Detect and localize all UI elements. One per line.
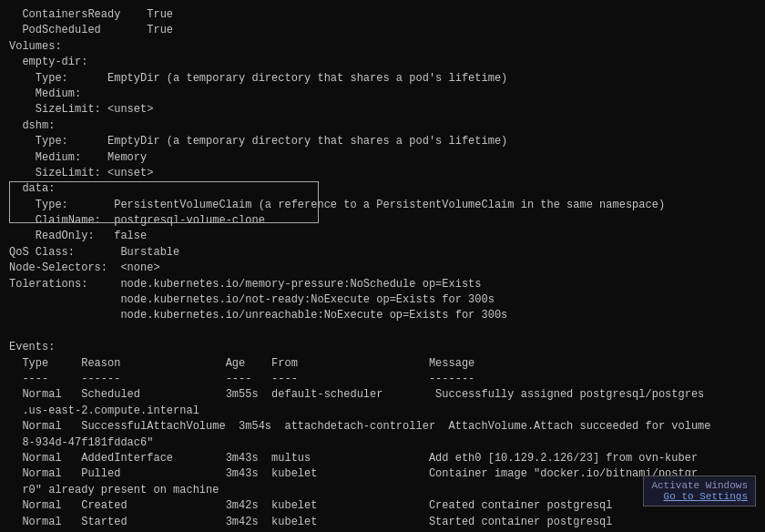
line-dshm-type: Type: EmptyDir (a temporary directory th… (9, 134, 756, 149)
line-tolerations-2: node.kubernetes.io/not-ready:NoExecute o… (9, 292, 756, 308)
activate-line2[interactable]: Go to Settings (651, 491, 748, 502)
line-empty-dir-type: Type: EmptyDir (a temporary directory th… (9, 71, 756, 87)
line-readonly: ReadOnly: false (9, 229, 756, 244)
line-event-scheduled: Normal Scheduled 3m55s default-scheduler… (9, 387, 756, 403)
line-event-attach: Normal SuccessfulAttachVolume 3m54s atta… (9, 419, 756, 435)
line-event-attach-cont: 8-934d-47f181fddac6" (9, 435, 756, 451)
line-dshm-medium: Medium: Memory (9, 150, 756, 166)
line-dshm-size: SizeLimit: <unset> (9, 166, 756, 181)
line-blank (9, 324, 756, 340)
line-dshm-label: dshm: (9, 118, 756, 134)
terminal-window: ContainersReady True PodScheduled True V… (0, 0, 765, 532)
line-containers-ready: ContainersReady True (9, 7, 756, 23)
line-events-cols: Type Reason Age From Message (9, 356, 756, 372)
line-events-header: Events: (9, 340, 756, 355)
line-data-claimname: ClaimName: postgresql-volume-clone (9, 213, 665, 229)
line-event-started: Normal Started 3m42s kubelet Started con… (9, 515, 756, 530)
line-tolerations-3: node.kubernetes.io/unreachable:NoExecute… (9, 308, 756, 323)
line-data-label: data: (9, 181, 665, 197)
line-node-selectors: Node-Selectors: <none> (9, 261, 756, 276)
line-pod-scheduled: PodScheduled True (9, 23, 756, 38)
activate-windows-box[interactable]: Activate Windows Go to Settings (643, 476, 756, 506)
line-tolerations-1: Tolerations: node.kubernetes.io/memory-p… (9, 277, 756, 292)
line-event-scheduled-cont: .us-east-2.compute.internal (9, 404, 756, 419)
line-volumes: Volumes: (9, 39, 756, 55)
line-events-divider: ---- ------ ---- ---- ------- (9, 372, 756, 387)
line-qos: QoS Class: Burstable (9, 245, 756, 261)
line-empty-dir-size: SizeLimit: <unset> (9, 102, 756, 118)
line-empty-dir-label: empty-dir: (9, 55, 756, 70)
activate-line1: Activate Windows (651, 480, 748, 491)
line-data-type: Type: PersistentVolumeClaim (a reference… (9, 198, 665, 213)
line-empty-dir-medium: Medium: (9, 87, 756, 102)
line-event-interface: Normal AddedInterface 3m43s multus Add e… (9, 451, 756, 466)
